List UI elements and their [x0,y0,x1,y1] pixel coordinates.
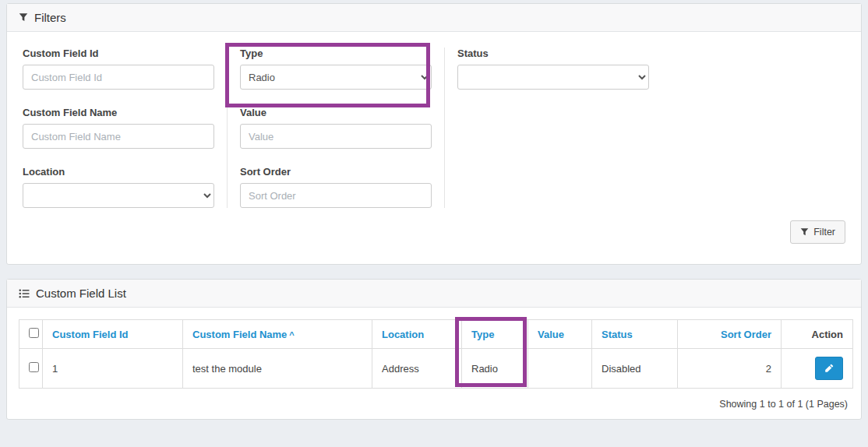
column-divider [444,48,445,208]
sort-by-status[interactable]: Status [602,329,633,340]
pagination-status: Showing 1 to 1 of 1 (1 Pages) [19,389,849,414]
custom-field-list-panel: Custom Field List Custom Field Id [6,279,862,420]
filters-form: Custom Field Id Custom Field Name Locati… [7,32,861,264]
filters-panel: Filters Custom Field Id Custom Field Nam… [6,3,862,265]
filters-column-3: Status [457,48,649,208]
cell-custom-field-id: 1 [43,349,183,389]
list-panel-header: Custom Field List [7,280,861,308]
sort-ascending-caret: ^ [289,330,294,340]
custom-field-name-label: Custom Field Name [23,107,214,118]
filter-button[interactable]: Filter [790,220,845,244]
cell-status: Disabled [592,349,678,389]
filters-column-2: Type Radio Value Sort Order [240,48,432,208]
table-header-row: Custom Field Id Custom Field Name^ Locat… [19,320,853,349]
type-select[interactable]: Radio [240,65,432,90]
type-label: Type [240,48,432,59]
value-input[interactable] [240,124,432,149]
custom-field-name-input[interactable] [23,124,214,149]
row-select-checkbox[interactable] [29,362,39,372]
table-row: 1 test the module Address Radio Disabled… [19,349,853,389]
filter-button-label: Filter [813,227,835,238]
sort-by-value[interactable]: Value [538,329,564,340]
list-icon [19,288,30,299]
location-select[interactable] [23,183,214,208]
filter-icon [19,12,28,23]
sort-by-type[interactable]: Type [471,329,494,340]
cell-value [528,349,592,389]
list-panel-title: Custom Field List [36,287,126,300]
custom-field-id-input[interactable] [23,65,214,90]
filter-icon [800,227,809,237]
action-column-header: Action [782,320,853,349]
sort-by-custom-field-name[interactable]: Custom Field Name [192,329,287,340]
cell-sort-order: 2 [678,349,782,389]
sort-order-label: Sort Order [240,166,432,178]
sort-by-custom-field-id[interactable]: Custom Field Id [52,329,129,340]
value-label: Value [240,107,432,118]
filters-panel-title: Filters [34,11,66,24]
filters-column-1: Custom Field Id Custom Field Name Locati… [23,48,214,208]
page: Filters Custom Field Id Custom Field Nam… [0,0,868,423]
status-label: Status [457,48,649,59]
custom-field-table: Custom Field Id Custom Field Name^ Locat… [19,319,849,389]
select-all-checkbox[interactable] [29,328,39,338]
cell-custom-field-name: test the module [183,349,372,389]
custom-field-id-label: Custom Field Id [23,48,214,59]
cell-location: Address [372,349,462,389]
edit-button[interactable] [815,357,843,380]
sort-by-sort-order[interactable]: Sort Order [721,329,771,340]
filters-panel-header: Filters [7,4,861,32]
column-divider [227,48,228,208]
cell-type: Radio [462,349,528,389]
sort-order-input[interactable] [240,183,432,208]
location-label: Location [23,166,214,178]
pencil-icon [824,364,834,373]
status-select[interactable] [457,65,649,90]
sort-by-location[interactable]: Location [382,329,424,340]
